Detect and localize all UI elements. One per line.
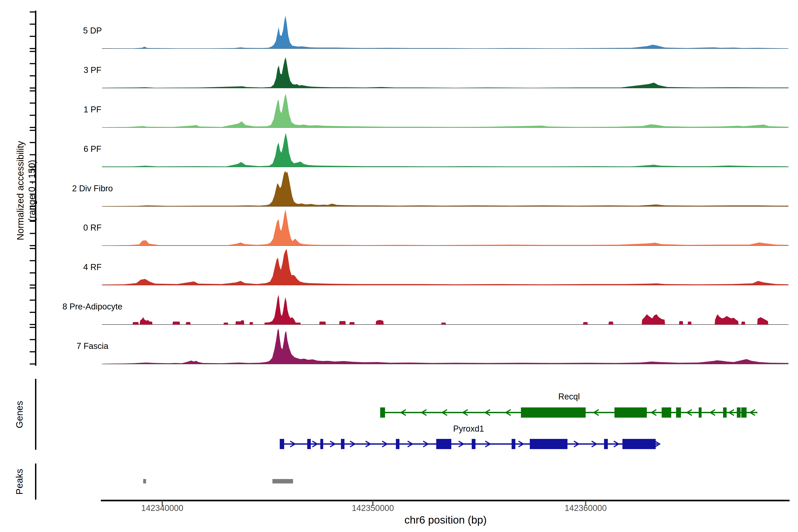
gene-exon-recql-0 [380, 407, 385, 418]
track-label-6-pf: 6 PF [41, 144, 144, 154]
track-label-2-div-fibro: 2 Div Fibro [41, 184, 144, 193]
y-axis-label: Normalized accessibility (range 0 - 150) [13, 80, 39, 302]
gene-exon-pyroxd1-10 [623, 439, 656, 449]
gene-exon-pyroxd1-2 [320, 439, 323, 449]
gene-exon-recql-4 [676, 407, 681, 418]
signal-area-3-pf [102, 57, 788, 88]
gene-exon-pyroxd1-6 [472, 439, 475, 449]
genome-accessibility-figure: Normalized accessibility (range 0 - 150)… [0, 0, 798, 532]
gene-exon-pyroxd1-4 [396, 439, 399, 449]
gene-label-pyroxd1: Pyroxd1 [431, 424, 506, 434]
signal-area-2-div-fibro [102, 171, 788, 207]
signal-area-7-fascia [102, 329, 788, 364]
gene-exon-recql-2 [614, 407, 647, 418]
gene-exon-recql-6 [723, 407, 727, 418]
gene-exon-recql-7 [737, 407, 741, 418]
track-label-0-rf: 0 RF [41, 223, 144, 232]
gene-label-recql: Recql [531, 392, 607, 401]
peak-region-0 [143, 479, 146, 483]
signal-area-6-pf [102, 133, 788, 167]
gene-exon-recql-5 [699, 407, 702, 418]
gene-exon-recql-8 [741, 407, 746, 418]
y-axis-label-line1: Normalized accessibility [15, 141, 26, 240]
track-label-1-pf: 1 PF [41, 105, 144, 114]
track-label-3-pf: 3 PF [41, 65, 144, 75]
track-label-4-rf: 4 RF [41, 263, 144, 272]
x-axis-title: chr6 position (bp) [357, 514, 534, 526]
gene-exon-pyroxd1-3 [341, 439, 344, 449]
track-label-8-pre-adipocyte: 8 Pre-Adipocyte [41, 302, 144, 311]
gene-exon-pyroxd1-0 [280, 439, 284, 449]
track-label-7-fascia: 7 Fascia [41, 341, 144, 351]
signal-area-4-rf [102, 249, 788, 285]
x-tick-label-142350000: 142350000 [326, 504, 419, 513]
signal-area-1-pf [102, 94, 788, 128]
gene-exon-pyroxd1-5 [436, 439, 451, 449]
gene-exon-recql-3 [662, 407, 671, 418]
signal-area-5-dp [102, 16, 788, 49]
signal-area-8-pre-adipocyte [102, 295, 788, 324]
signal-area-0-rf [102, 209, 788, 246]
gene-exon-pyroxd1-8 [530, 439, 568, 449]
x-tick-label-142340000: 142340000 [116, 504, 209, 513]
gene-exon-pyroxd1-1 [307, 439, 311, 449]
y-axis-label-line2: (range 0 - 150) [26, 160, 38, 222]
gene-exon-pyroxd1-7 [512, 439, 515, 449]
peaks-section-label: Peaks [14, 437, 25, 526]
gene-exon-pyroxd1-9 [604, 439, 608, 449]
peak-region-1 [272, 479, 293, 483]
track-label-5-dp: 5 DP [41, 26, 144, 36]
gene-exon-recql-1 [521, 407, 586, 418]
x-tick-label-142360000: 142360000 [539, 504, 632, 513]
